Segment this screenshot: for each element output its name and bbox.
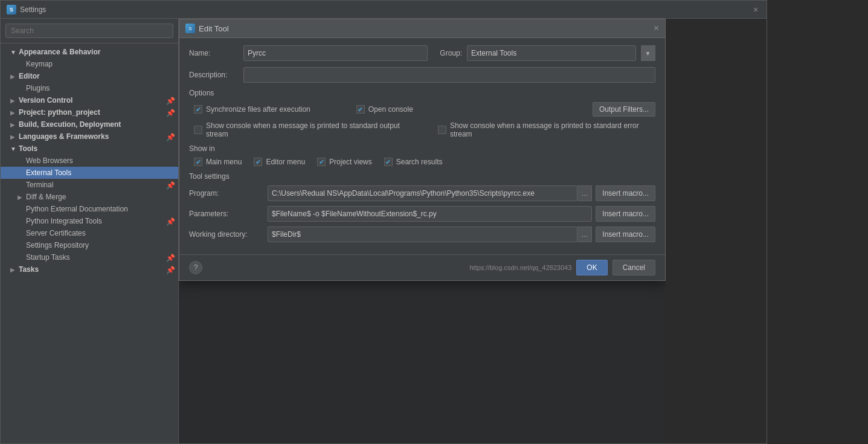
group-label: Group: <box>440 49 462 57</box>
sidebar-item-label: Build, Execution, Deployment <box>19 120 173 129</box>
show-in-row: ✔ Main menu ✔ Editor menu <box>194 158 655 166</box>
edit-tool-dialog: S Edit Tool × Name: Group: <box>179 19 666 281</box>
sidebar-item-web-browsers[interactable]: Web Browsers <box>1 155 178 167</box>
sidebar-item-python-ext-doc[interactable]: Python External Documentation <box>1 203 178 215</box>
sidebar-item-editor[interactable]: ▶ Editor <box>1 70 178 82</box>
sidebar-item-label: Startup Tasks <box>26 253 164 262</box>
check-icon: ✔ <box>256 158 261 166</box>
sidebar-item-label: External Tools <box>26 169 173 177</box>
sidebar-item-project[interactable]: ▶ Project: python_project 📌 <box>1 106 178 118</box>
main-menu-checkbox[interactable]: ✔ Main menu <box>194 158 242 166</box>
description-row: Description: <box>189 67 655 83</box>
sidebar-item-server-certs[interactable]: Server Certificates <box>1 227 178 239</box>
parameters-macro-button[interactable]: Insert macro... <box>596 206 655 222</box>
help-button[interactable]: ? <box>189 261 202 274</box>
program-browse-button[interactable]: ... <box>577 185 592 201</box>
show-console-stdout-checkbox[interactable]: Show console when a message is printed t… <box>194 121 416 138</box>
group-container: Group: ▼ <box>440 45 655 61</box>
editor-menu-label: Editor menu <box>266 158 305 166</box>
sidebar-item-label: Terminal <box>26 181 164 189</box>
ok-button[interactable]: OK <box>576 260 607 275</box>
sidebar-item-label: Languages & Frameworks <box>19 132 164 141</box>
open-console-checkbox[interactable]: ✔ Open console <box>356 105 413 114</box>
parameters-label: Parameters: <box>189 210 268 218</box>
sidebar-item-keymap[interactable]: Keymap <box>1 58 178 70</box>
sidebar-item-tasks[interactable]: ▶ Tasks 📌 <box>1 263 178 275</box>
show-console-stderr-checkbox[interactable]: Show console when a message is printed t… <box>438 121 655 138</box>
pin-icon: 📌 <box>166 217 173 225</box>
search-box <box>1 19 178 43</box>
editor-menu-checkbox-box: ✔ <box>254 158 262 166</box>
pin-icon: 📌 <box>166 266 173 273</box>
working-dir-browse-button[interactable]: ... <box>577 227 592 242</box>
window-close-button[interactable]: × <box>751 5 760 14</box>
tree-arrow: ▶ <box>10 121 16 128</box>
sidebar-item-tools[interactable]: ▼ Tools <box>1 143 178 155</box>
group-dropdown-arrow[interactable]: ▼ <box>641 45 655 61</box>
name-input[interactable] <box>243 45 428 61</box>
content-area: Tools › External Tools Reset + − ✎ ↑ ↓ ⧉ <box>179 19 666 443</box>
tree-arrow: ▶ <box>10 97 16 104</box>
tree-arrow: ▼ <box>10 49 16 56</box>
sidebar-item-label: Keymap <box>26 60 173 68</box>
dialog-footer: ? https://blog.csdn.net/qq_42823043 OK C… <box>179 254 665 280</box>
sidebar-item-python-int-tools[interactable]: Python Integrated Tools 📌 <box>1 215 178 227</box>
sidebar-item-diff-merge[interactable]: ▶ Diff & Merge <box>1 191 178 203</box>
sidebar-item-label: Editor <box>19 72 173 80</box>
sync-files-checkbox-box: ✔ <box>194 105 202 114</box>
sidebar-tree: ▼ Appearance & Behavior Keymap ▶ Editor … <box>1 43 178 443</box>
dialog-body: Name: Group: ▼ Description: <box>179 38 665 254</box>
sidebar-item-external-tools[interactable]: External Tools <box>1 167 178 179</box>
search-results-checkbox[interactable]: ✔ Search results <box>384 158 443 166</box>
main-menu-checkbox-box: ✔ <box>194 158 202 166</box>
option-row-2: Show console when a message is printed t… <box>194 121 655 138</box>
name-label: Name: <box>189 49 243 57</box>
group-input[interactable] <box>467 45 636 61</box>
sidebar-item-label: Project: python_project <box>19 108 164 117</box>
tool-settings-title: Tool settings <box>189 172 655 181</box>
parameters-input[interactable] <box>268 206 592 222</box>
sidebar-item-appearance[interactable]: ▼ Appearance & Behavior <box>1 46 178 58</box>
pin-icon: 📌 <box>166 109 173 116</box>
sidebar-item-startup-tasks[interactable]: Startup Tasks 📌 <box>1 251 178 263</box>
output-filters-button[interactable]: Output Filters... <box>593 102 655 117</box>
cancel-button[interactable]: Cancel <box>612 260 655 275</box>
right-panel <box>666 19 767 443</box>
program-macro-button[interactable]: Insert macro... <box>596 185 655 201</box>
project-views-checkbox[interactable]: ✔ Project views <box>317 158 372 166</box>
working-dir-macro-button[interactable]: Insert macro... <box>596 227 655 242</box>
dialog-title-bar: S Edit Tool × <box>179 19 665 38</box>
working-dir-input[interactable] <box>268 227 577 242</box>
sidebar-item-plugins[interactable]: Plugins <box>1 82 178 94</box>
search-results-checkbox-box: ✔ <box>384 158 393 166</box>
tree-arrow: ▶ <box>10 134 16 140</box>
sidebar-item-label: Web Browsers <box>26 156 173 165</box>
sidebar-item-version-control[interactable]: ▶ Version Control 📌 <box>1 94 178 106</box>
sidebar-item-label: Python Integrated Tools <box>26 217 164 225</box>
program-label: Program: <box>189 189 268 198</box>
sidebar-item-build[interactable]: ▶ Build, Execution, Deployment <box>1 118 178 130</box>
sidebar-item-label: Version Control <box>19 96 164 105</box>
sync-files-checkbox[interactable]: ✔ Synchronize files after execution <box>194 105 310 114</box>
app-icon: S <box>7 5 16 14</box>
search-input[interactable] <box>5 24 173 38</box>
name-group-row: Name: Group: ▼ <box>189 45 655 61</box>
program-input[interactable] <box>268 185 577 201</box>
pin-icon: 📌 <box>166 254 173 261</box>
sidebar-item-label: Python External Documentation <box>26 205 173 213</box>
window-title: Settings <box>20 5 46 14</box>
editor-menu-checkbox[interactable]: ✔ Editor menu <box>254 158 305 166</box>
sidebar-item-settings-repo[interactable]: Settings Repository <box>1 239 178 251</box>
dialog-close-button[interactable]: × <box>654 23 659 34</box>
check-icon: ✔ <box>196 158 201 166</box>
description-input[interactable] <box>243 67 655 83</box>
open-console-checkbox-box: ✔ <box>356 105 365 114</box>
open-console-label: Open console <box>368 105 413 114</box>
sidebar-item-label: Plugins <box>26 84 173 92</box>
options-section-title: Options <box>189 89 655 97</box>
option-row-1: ✔ Synchronize files after execution ✔ Op… <box>194 102 655 117</box>
sidebar-item-terminal[interactable]: Terminal 📌 <box>1 179 178 191</box>
sidebar-item-languages[interactable]: ▶ Languages & Frameworks 📌 <box>1 130 178 143</box>
check-icon: ✔ <box>358 106 363 114</box>
sidebar-item-label: Settings Repository <box>26 241 173 249</box>
